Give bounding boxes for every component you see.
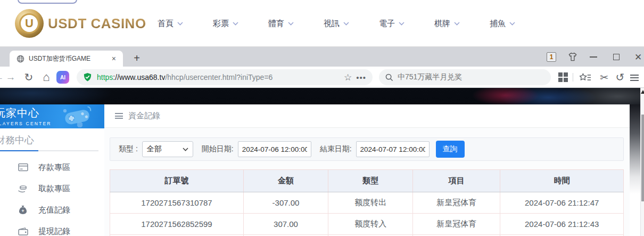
url-scheme: https [97, 73, 113, 82]
col-item: 項目 [413, 170, 500, 192]
nav-label: 首頁 [158, 19, 174, 29]
site-header: U USDT CASINO 首頁 彩票 體育 視訊 電子 [0, 0, 644, 47]
player-center-subtitle: PLAYERS CENTER [0, 121, 52, 126]
url-host: ://www.usa68.tv [113, 73, 165, 82]
chevron-down-icon [288, 22, 294, 26]
sidebar-item-deposit[interactable]: 存款專區 [0, 159, 104, 175]
site-nav: 首頁 彩票 體育 視訊 電子 棋牌 [143, 0, 530, 47]
records-table: 訂單號 金額 類型 項目 時間 1720271567310787 -307.00… [110, 169, 624, 236]
end-date-label: 結束日期: [320, 144, 352, 154]
page-scrollbar[interactable] [640, 88, 644, 236]
partial-popup-remnant [18, 0, 77, 4]
start-date-input[interactable] [238, 141, 311, 157]
page-title: 資金記錄 [128, 111, 160, 121]
logo-coin-icon: U [15, 9, 44, 38]
browser-toolbar: ← → ↻ ⌂ AI https://www.usa68.tv/hhcp/use… [0, 67, 644, 88]
filter-bar: 類型 : 全部 開始日期: 結束日期: 查詢 [110, 137, 624, 161]
finance-center-section-title[interactable]: 財務中心 [0, 134, 34, 147]
player-center-title-block: 玩家中心 PLAYERS CENTER [0, 106, 52, 126]
query-button[interactable]: 查詢 [436, 141, 465, 158]
cell-item: 新皇冠体育 [413, 192, 500, 214]
maximize-icon [613, 54, 620, 60]
nav-item-sports[interactable]: 體育 [253, 19, 309, 29]
sidebar-item-label: 充值記錄 [38, 205, 70, 215]
minimize-icon [590, 56, 597, 58]
cell-amount: 307.00 [243, 214, 328, 235]
svg-text:+: + [22, 208, 24, 214]
globe-icon [16, 55, 24, 63]
type-select-value: 全部 [147, 144, 162, 154]
nav-label: 電子 [379, 19, 395, 29]
cell-time: 2024-07-06 21:12:43 [500, 214, 624, 235]
table-row: 1720271567310787 -307.00 额度转出 新皇冠体育 2024… [110, 192, 624, 214]
chevron-down-icon [399, 22, 404, 26]
section-divider [0, 150, 98, 151]
nav-item-lottery[interactable]: 彩票 [198, 19, 253, 29]
gamepad-icon [61, 104, 98, 128]
chevron-down-icon [454, 22, 460, 26]
scrollbar-thumb[interactable] [641, 115, 644, 201]
chevron-down-icon [233, 22, 238, 26]
shirt-icon[interactable] [567, 52, 578, 62]
screen: U USDT CASINO 首頁 彩票 體育 視訊 電子 [0, 0, 644, 236]
page-background-banner [0, 88, 640, 104]
col-time: 時間 [500, 170, 624, 192]
tab-close-icon[interactable]: × [110, 54, 118, 63]
undo-icon[interactable]: ↺ [613, 67, 627, 88]
sidebar-item-label: 提現記錄 [38, 226, 70, 236]
scrollbar-up-arrow[interactable] [641, 90, 644, 94]
nav-item-home[interactable]: 首頁 [143, 19, 198, 29]
nav-label: 捕魚 [490, 19, 506, 29]
home-icon[interactable]: ⌂ [39, 67, 53, 88]
main-panel: 資金記錄 類型 : 全部 開始日期: 結束日期: 查詢 訂單號 金額 [104, 104, 630, 236]
site-logo: U USDT CASINO [15, 9, 146, 38]
wallet-icon [18, 226, 28, 236]
start-date-label: 開始日期: [202, 144, 234, 154]
tab-count-badge[interactable]: 1 [547, 52, 556, 62]
window-close-button[interactable]: ✕ [632, 51, 644, 63]
refresh-icon[interactable]: ↻ [22, 67, 35, 88]
menu-hamburger-icon[interactable] [630, 67, 644, 88]
more-options-icon[interactable]: ••• [356, 73, 366, 82]
cell-type: 额度转入 [328, 214, 413, 235]
type-select[interactable]: 全部 [142, 141, 193, 157]
withdraw-hand-icon [18, 183, 28, 194]
browser-tab-bar: USDT加密货币GAME × + 1 ✕ [0, 47, 644, 67]
cell-order-no: 1720271567310787 [110, 192, 244, 214]
table-header-row: 訂單號 金額 類型 項目 時間 [110, 170, 624, 192]
new-tab-button[interactable]: + [129, 51, 144, 66]
tab-title: USDT加密货币GAME [29, 54, 110, 63]
window-maximize-button[interactable] [611, 52, 622, 62]
sidebar-item-withdraw[interactable]: 取款專區 [0, 181, 104, 197]
bookmark-star-icon[interactable]: ☆ [340, 72, 356, 83]
search-input[interactable] [398, 73, 531, 82]
nav-item-boardgames[interactable]: 棋牌 [419, 19, 475, 29]
chevron-down-icon [343, 22, 349, 26]
ai-extension-icon[interactable]: AI [56, 71, 69, 84]
forward-icon[interactable]: → [4, 67, 17, 88]
search-icon [385, 74, 393, 82]
sidebar-item-recharge-records[interactable]: + 充值記錄 [0, 202, 104, 218]
sidebar-item-withdrawal-records[interactable]: 提現記錄 [0, 223, 104, 236]
type-label: 類型 : [119, 144, 138, 154]
favorites-list-icon[interactable] [578, 67, 593, 88]
active-underline [0, 150, 38, 151]
table-row: 1720271562852599 307.00 额度转入 新皇冠体育 2024-… [110, 214, 624, 235]
sidebar: 玩家中心 PLAYERS CENTER 財務中心 存款專區 取款專區 [0, 104, 104, 236]
window-minimize-button[interactable] [588, 52, 599, 62]
search-box[interactable] [379, 69, 551, 85]
nav-item-video[interactable]: 視訊 [309, 19, 364, 29]
grid-squares [558, 72, 568, 82]
select-chevron-icon [183, 148, 188, 151]
star-lines [580, 73, 591, 82]
address-bar[interactable]: https://www.usa68.tv/hhcp/usercenter.htm… [77, 69, 373, 85]
toolbar-separator [573, 73, 573, 82]
screenshot-scissors-icon[interactable]: ✂ [597, 67, 611, 88]
end-date-input[interactable] [356, 141, 430, 157]
page-viewport: 玩家中心 PLAYERS CENTER 財務中心 存款專區 取款專區 [0, 88, 644, 236]
nav-item-fishing[interactable]: 捕魚 [475, 19, 530, 29]
apps-grid-icon[interactable] [557, 67, 569, 88]
col-order-no: 訂單號 [110, 170, 244, 192]
browser-tab[interactable]: USDT加密货币GAME × [10, 51, 123, 67]
nav-item-slots[interactable]: 電子 [364, 19, 419, 29]
